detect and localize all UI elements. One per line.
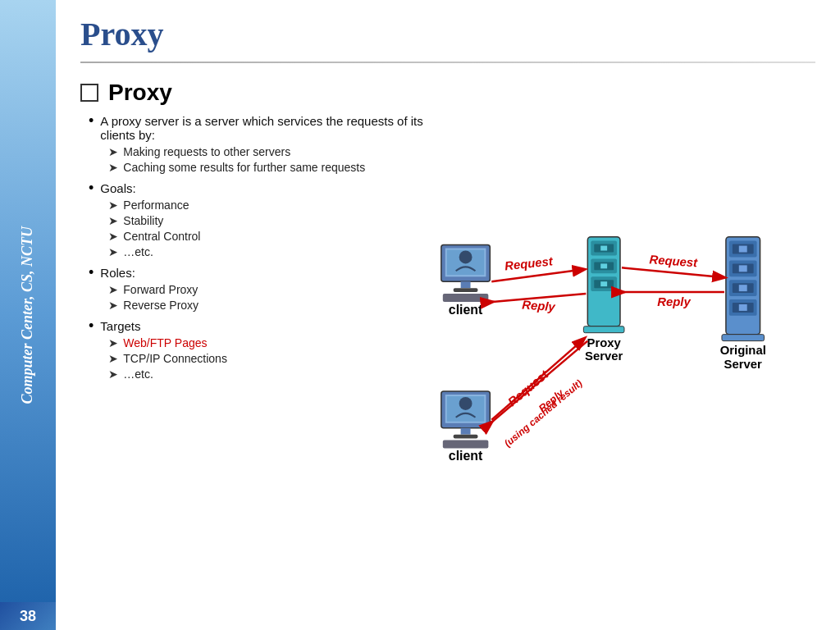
main-heading: Proxy	[80, 80, 425, 106]
text-section: Proxy • A proxy server is a server which…	[80, 80, 425, 622]
web-ftp-text: Web/FTP Pages	[123, 336, 207, 349]
page-title: Proxy	[80, 15, 815, 53]
svg-rect-27	[739, 246, 747, 253]
reverse-proxy-text: Reverse Proxy	[123, 299, 199, 312]
item3-text: Roles:	[100, 266, 135, 280]
tcpip-text: TCP/IP Connections	[123, 352, 227, 365]
item4-text: Targets	[100, 319, 140, 333]
etc2-text: …etc.	[123, 368, 153, 381]
level2-list: ➤ Forward Proxy ➤ Reverse Proxy	[108, 283, 199, 312]
svg-rect-13	[600, 246, 607, 251]
svg-point-51	[459, 397, 472, 410]
svg-rect-3	[454, 288, 478, 292]
main-content: Proxy Proxy • A proxy server is a server…	[56, 0, 840, 630]
arrow-icon: ➤	[108, 230, 118, 243]
list-item: • Goals: ➤ Performance ➤ Stability	[89, 181, 425, 261]
arrow-icon: ➤	[108, 352, 118, 365]
page-number-badge: 38	[0, 602, 56, 630]
list-item-content: Roles: ➤ Forward Proxy ➤ Reverse Proxy	[100, 266, 199, 314]
svg-text:Reply: Reply	[522, 299, 556, 314]
sub-item-text: Making requests to other servers	[123, 145, 290, 158]
bullet-icon: •	[89, 317, 94, 335]
arrow-icon: ➤	[108, 245, 118, 258]
stability-text: Stability	[123, 214, 163, 227]
bullet-icon: •	[89, 112, 94, 130]
sidebar-label: Computer Center, CS, NCTU	[18, 226, 37, 404]
svg-rect-17	[600, 281, 607, 286]
main-heading-text: Proxy	[108, 80, 172, 106]
svg-line-41	[622, 267, 724, 277]
list-item: ➤ Performance	[108, 199, 200, 212]
level2-list: ➤ Making requests to other servers ➤ Cac…	[108, 145, 425, 174]
level2-list: ➤ Web/FTP Pages ➤ TCP/IP Connections ➤ ……	[108, 336, 227, 381]
svg-rect-31	[739, 285, 747, 291]
list-item: ➤ Reverse Proxy	[108, 299, 199, 312]
arrow-icon: ➤	[108, 299, 118, 312]
level2-list: ➤ Performance ➤ Stability ➤ Central Cont…	[108, 199, 200, 258]
svg-text:client: client	[449, 449, 483, 463]
sub-item-text: Caching some results for further same re…	[123, 161, 365, 174]
list-item: ➤ Caching some results for further same …	[108, 161, 425, 174]
level1-list: • A proxy server is a server which servi…	[89, 114, 425, 383]
svg-rect-4	[443, 294, 489, 302]
bullet-icon: •	[89, 180, 94, 197]
svg-rect-49	[443, 441, 489, 449]
etc1-text: …etc.	[123, 245, 153, 258]
svg-text:Reply: Reply	[657, 295, 691, 308]
list-item: ➤ Central Control	[108, 230, 200, 243]
content-area: Proxy • A proxy server is a server which…	[56, 63, 840, 630]
svg-text:Server: Server	[724, 358, 762, 371]
svg-rect-48	[454, 435, 478, 439]
list-item: ➤ TCP/IP Connections	[108, 352, 227, 365]
svg-text:Original: Original	[720, 344, 766, 357]
svg-text:(using cached result): (using cached result)	[502, 377, 585, 450]
svg-rect-34	[722, 335, 765, 341]
svg-text:Request: Request	[649, 253, 699, 269]
performance-text: Performance	[123, 199, 189, 212]
arrow-icon: ➤	[108, 161, 118, 174]
svg-point-6	[459, 251, 472, 264]
svg-rect-47	[461, 428, 471, 435]
arrow-icon: ➤	[108, 368, 118, 381]
item2-text: Goals:	[100, 181, 135, 195]
list-item: ➤ Web/FTP Pages	[108, 336, 227, 349]
list-item: ➤ …etc.	[108, 245, 200, 258]
header: Proxy	[56, 0, 840, 62]
central-control-text: Central Control	[123, 230, 200, 243]
list-item-content: Targets ➤ Web/FTP Pages ➤ TCP/IP Connect…	[100, 319, 227, 383]
list-item-content: Goals: ➤ Performance ➤ Stability	[100, 181, 200, 261]
list-item: ➤ Making requests to other servers	[108, 145, 425, 158]
bullet-icon: •	[89, 264, 94, 281]
svg-rect-18	[583, 326, 624, 333]
diagram-section: proxy server --> original server === -->…	[425, 80, 815, 622]
svg-text:Request: Request	[504, 254, 554, 272]
forward-proxy-text: Forward Proxy	[123, 283, 198, 296]
list-item: ➤ Forward Proxy	[108, 283, 199, 296]
svg-rect-33	[739, 304, 747, 311]
list-item: • Roles: ➤ Forward Proxy ➤ Reverse Proxy	[89, 266, 425, 314]
checkbox-icon	[80, 84, 98, 102]
svg-rect-15	[600, 263, 607, 268]
svg-rect-2	[461, 281, 471, 288]
svg-text:Proxy: Proxy	[587, 336, 622, 349]
arrow-icon: ➤	[108, 199, 118, 212]
list-item: ➤ Stability	[108, 214, 200, 227]
item1-text: A proxy server is a server which service…	[100, 114, 422, 142]
svg-text:Server: Server	[585, 349, 623, 363]
svg-text:client: client	[449, 303, 483, 317]
arrow-icon: ➤	[108, 336, 118, 349]
list-item-content: A proxy server is a server which service…	[100, 114, 425, 176]
arrow-icon: ➤	[108, 214, 118, 227]
list-item: ➤ …etc.	[108, 368, 227, 381]
sidebar: Computer Center, CS, NCTU	[0, 0, 56, 630]
list-item: • Targets ➤ Web/FTP Pages ➤ TCP/IP Conne…	[89, 319, 425, 383]
proxy-diagram: proxy server --> original server === -->…	[425, 80, 815, 622]
arrow-icon: ➤	[108, 145, 118, 158]
arrow-icon: ➤	[108, 283, 118, 296]
svg-rect-29	[739, 265, 747, 272]
list-item: • A proxy server is a server which servi…	[89, 114, 425, 176]
